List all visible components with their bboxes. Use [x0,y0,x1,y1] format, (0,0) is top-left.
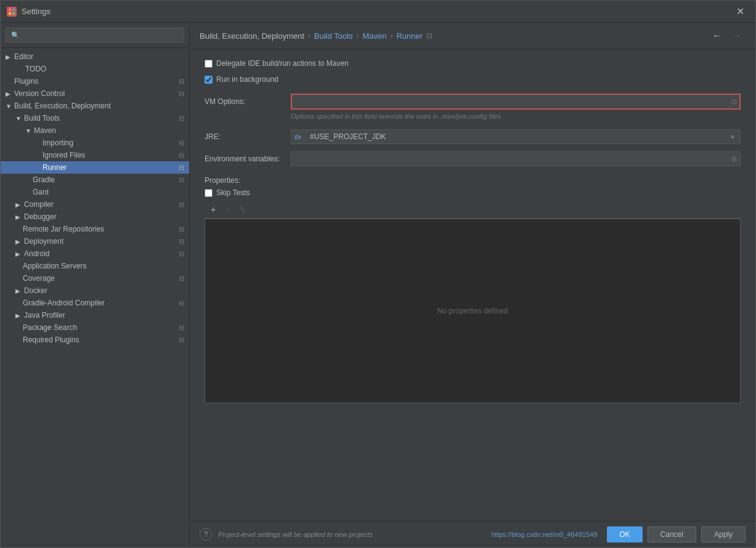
sidebar-item-gant[interactable]: Gant [1,186,189,198]
app-icon [7,7,17,17]
sidebar: 🔍 ▶ Editor TODO ▶ Plugins [1,23,190,547]
sidebar-item-label: Build, Execution, Deployment [14,102,111,110]
url-text: https://blog.csdn.net/m0_46491549 [491,531,597,538]
background-checkbox-label[interactable]: Run in background [205,75,278,84]
chevron-right-icon: ▶ [15,251,23,257]
apply-button[interactable]: Apply [701,526,746,542]
sidebar-item-ignored-files[interactable]: Ignored Files ⊟ [1,149,189,161]
sidebar-item-runner[interactable]: Runner ⊟ [1,161,189,174]
breadcrumb-part3[interactable]: Maven [362,31,386,41]
nav-back-button[interactable]: ← [709,29,726,42]
sidebar-item-label: Deployment [24,237,63,246]
bottom-bar: ? Project-level settings will be applied… [190,521,755,547]
breadcrumb-part2[interactable]: Build Tools [314,31,353,41]
gear-icon: ⊟ [179,238,184,246]
jre-select-wrapper: 🗁 #USE_PROJECT_JDK ▼ [291,129,741,144]
properties-label: Properties: [205,176,240,185]
background-label-text: Run in background [216,75,278,84]
chevron-right-icon: ▶ [15,201,23,208]
sidebar-item-editor[interactable]: ▶ Editor [1,50,189,63]
sidebar-item-docker[interactable]: ▶ Docker [1,284,189,297]
env-input[interactable] [291,151,741,166]
search-input[interactable] [22,31,179,39]
nav-forward-button[interactable]: → [728,29,746,42]
env-input-wrapper: ⊟ [291,151,741,166]
sidebar-item-label: Maven [34,126,56,135]
sidebar-item-label: Version Control [14,89,65,98]
sidebar-item-maven[interactable]: ▼ Maven [1,124,189,137]
sidebar-item-coverage[interactable]: Coverage ⊟ [1,272,189,284]
sidebar-item-label: Gant [33,188,49,196]
edit-property-button[interactable]: ✎ [237,203,249,216]
breadcrumb-sep3: › [390,31,392,40]
sidebar-item-build-tools[interactable]: ▼ Build Tools ⊟ [1,112,189,124]
sidebar-item-android[interactable]: ▶ Android ⊟ [1,248,189,260]
nav-arrows: ← → [709,29,746,42]
sidebar-item-debugger[interactable]: ▶ Debugger [1,211,189,223]
sidebar-item-compiler[interactable]: ▶ Compiler ⊟ [1,198,189,211]
sidebar-item-remote-jar[interactable]: Remote Jar Repositories ⊟ [1,223,189,235]
close-button[interactable]: ✕ [731,3,749,20]
sidebar-item-label: Package Search [23,323,77,332]
sidebar-item-app-servers[interactable]: Application Servers [1,260,189,272]
sidebar-item-gradle-android[interactable]: Gradle-Android Compiler ⊟ [1,297,189,309]
vm-options-label: VM Options: [205,97,291,106]
breadcrumb-sep2: › [356,31,359,40]
search-icon: 🔍 [11,31,20,39]
sidebar-item-todo[interactable]: TODO [1,63,189,75]
add-property-button[interactable]: + [207,203,219,216]
vm-options-input[interactable] [291,94,741,110]
sidebar-item-required-plugins[interactable]: Required Plugins ⊟ [1,334,189,346]
chevron-right-icon: ▶ [15,214,23,220]
properties-toolbar: + − ✎ [205,201,741,219]
sidebar-item-label: Docker [24,286,47,295]
env-row: Environment variables: ⊟ [205,151,741,166]
svg-rect-2 [9,12,11,15]
sidebar-item-label: Remote Jar Repositories [23,225,104,233]
help-button[interactable]: ? [200,528,212,541]
delegate-checkbox-label[interactable]: Delegate IDE build/run actions to Maven [205,59,349,68]
background-checkbox[interactable] [205,76,213,84]
gear-icon: ⊟ [179,250,184,258]
expand-icon[interactable]: ⊡ [731,98,737,106]
sidebar-item-version-control[interactable]: ▶ Version Control ⊟ [1,87,189,100]
jre-select[interactable]: #USE_PROJECT_JDK [291,129,741,144]
bottom-buttons: OK Cancel Apply [607,526,746,542]
breadcrumb-sep1: › [308,31,311,40]
vm-options-hint: Options specified in this field override… [291,113,501,120]
edit-icon[interactable]: ⊟ [731,155,737,163]
no-properties-text: No properties defined [205,219,740,403]
sidebar-item-package-search[interactable]: Package Search ⊟ [1,321,189,334]
properties-area: No properties defined [205,219,741,403]
gear-icon: ⊟ [179,164,184,172]
vm-options-wrapper: ⊡ [291,94,741,110]
ok-button[interactable]: OK [607,526,642,542]
info-text-content: Project-level settings will be applied t… [218,531,373,538]
skip-tests-row: Skip Tests [205,188,741,197]
svg-rect-3 [12,12,15,15]
sidebar-item-label: Runner [43,163,67,172]
tree-container: ▶ Editor TODO ▶ Plugins ⊟ ▶ Version [1,48,189,547]
skip-tests-checkbox[interactable] [205,189,213,197]
properties-label-row: Properties: [205,176,741,185]
sidebar-item-java-profiler[interactable]: ▶ Java Profiler [1,309,189,321]
chevron-down-icon: ▼ [15,115,23,122]
sidebar-item-importing[interactable]: Importing ⊟ [1,137,189,149]
main-content: Build, Execution, Deployment › Build Too… [190,23,755,547]
delegate-checkbox[interactable] [205,60,213,68]
remove-property-button[interactable]: − [222,203,234,216]
cancel-button[interactable]: Cancel [648,526,696,542]
sidebar-item-plugins[interactable]: ▶ Plugins ⊟ [1,75,189,87]
sidebar-item-label: Compiler [24,200,54,209]
gear-icon: ⊟ [179,324,184,332]
sidebar-item-label: Coverage [23,274,55,283]
skip-tests-label[interactable]: Skip Tests [205,188,250,197]
sidebar-item-gradle[interactable]: Gradle ⊟ [1,174,189,186]
settings-window: Settings ✕ 🔍 ▶ Editor TODO [0,0,756,548]
content-area: 🔍 ▶ Editor TODO ▶ Plugins [1,23,755,547]
breadcrumb-part1: Build, Execution, Deployment [200,31,304,41]
sidebar-item-build-exec-deploy[interactable]: ▼ Build, Execution, Deployment [1,100,189,112]
sidebar-item-deployment[interactable]: ▶ Deployment ⊟ [1,235,189,248]
background-row: Run in background [205,75,741,84]
chevron-right-icon: ▶ [15,312,23,319]
